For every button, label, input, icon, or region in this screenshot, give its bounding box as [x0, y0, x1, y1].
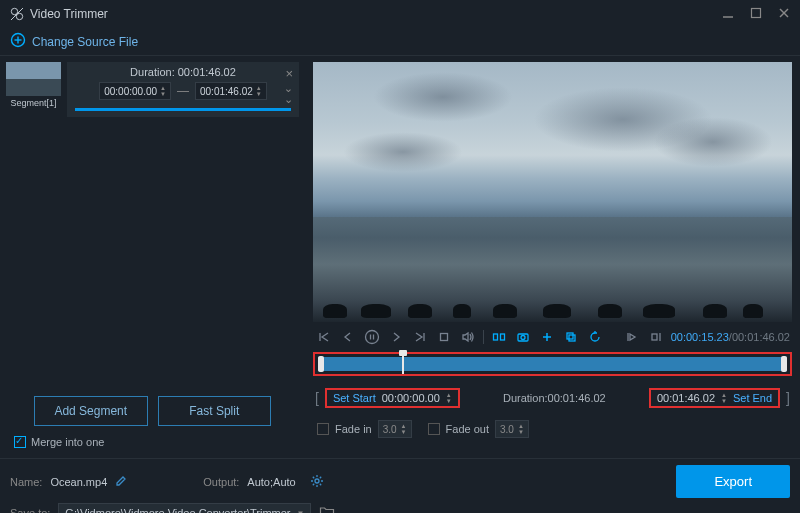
svg-rect-27	[652, 334, 657, 340]
segment-thumb[interactable]: Segment[1]	[6, 62, 61, 117]
segment-up-icon[interactable]: ⌃	[284, 82, 293, 93]
set-end-button[interactable]: Set End	[733, 392, 772, 404]
split-icon[interactable]	[490, 328, 508, 346]
stepper-down-icon[interactable]: ▼	[446, 398, 452, 404]
segment-card: × ⌃ ⌄ Duration: 00:01:46.02 00:00:00.00 …	[67, 62, 299, 117]
svg-point-21	[521, 336, 525, 340]
header-row: Change Source File	[0, 28, 800, 56]
name-label: Name:	[10, 476, 42, 488]
change-source-link[interactable]: Change Source File	[32, 35, 138, 49]
app-title: Video Trimmer	[30, 7, 722, 21]
stepper-down-icon[interactable]: ▼	[401, 429, 407, 435]
svg-rect-25	[569, 335, 575, 341]
duration-label: Duration:	[130, 66, 175, 78]
video-preview[interactable]	[313, 62, 792, 322]
fade-in-label: Fade in	[335, 423, 372, 435]
stepper-down-icon[interactable]: ▼	[160, 91, 166, 97]
goto-end-icon[interactable]	[411, 328, 429, 346]
maximize-icon[interactable]	[750, 7, 762, 22]
fast-split-button[interactable]: Fast Split	[158, 396, 272, 426]
merge-label: Merge into one	[31, 436, 104, 448]
app-logo-icon	[10, 7, 24, 21]
segment-thumb-image	[6, 62, 61, 96]
svg-point-28	[315, 479, 319, 483]
segment-close-icon[interactable]: ×	[285, 66, 293, 81]
add-circle-icon[interactable]	[10, 32, 26, 51]
timeline-end-handle[interactable]	[781, 356, 787, 372]
fade-out-label: Fade out	[446, 423, 489, 435]
save-to-label: Save to:	[10, 507, 50, 513]
goto-start-icon[interactable]	[315, 328, 333, 346]
copy-segment-icon[interactable]	[562, 328, 580, 346]
end-timecode[interactable]: 00:01:46.02	[657, 392, 715, 404]
segments-pane: Segment[1] × ⌃ ⌄ Duration: 00:01:46.02 0…	[0, 56, 305, 458]
bracket-in-icon[interactable]	[623, 328, 641, 346]
duration-value: 00:01:46.02	[178, 66, 236, 78]
export-button[interactable]: Export	[676, 465, 790, 498]
merge-checkbox[interactable]	[14, 436, 26, 448]
set-end-highlight: 00:01:46.02 ▲▼ Set End	[649, 388, 780, 408]
segment-progress-bar[interactable]	[75, 108, 291, 111]
fade-out-input[interactable]: 3.0 ▲▼	[495, 420, 529, 438]
open-folder-icon[interactable]	[319, 505, 335, 513]
add-marker-icon[interactable]	[538, 328, 556, 346]
set-start-highlight: Set Start 00:00:00.00 ▲▼	[325, 388, 460, 408]
svg-marker-17	[463, 333, 468, 341]
preview-pane: 00:00:15.23/00:01:46.02 [ Set Start 00:0…	[305, 56, 800, 458]
segment-start-input[interactable]: 00:00:00.00 ▲▼	[99, 82, 171, 100]
close-icon[interactable]	[778, 7, 790, 22]
set-start-button[interactable]: Set Start	[333, 392, 376, 404]
fade-row: Fade in 3.0 ▲▼ Fade out 3.0 ▲▼	[313, 420, 792, 438]
settings-icon[interactable]	[310, 474, 324, 490]
segment-down-icon[interactable]: ⌄	[284, 94, 293, 105]
svg-rect-19	[501, 334, 505, 340]
undo-icon[interactable]	[586, 328, 604, 346]
bracket-right-icon: ]	[786, 390, 790, 406]
fade-in-checkbox[interactable]	[317, 423, 329, 435]
next-frame-icon[interactable]	[387, 328, 405, 346]
timeline-highlight	[313, 352, 792, 376]
chevron-down-icon[interactable]: ▼	[297, 509, 305, 514]
fade-in-input[interactable]: 3.0 ▲▼	[378, 420, 412, 438]
stepper-down-icon[interactable]: ▼	[518, 429, 524, 435]
minimize-icon[interactable]	[722, 7, 734, 22]
volume-icon[interactable]	[459, 328, 477, 346]
svg-point-12	[366, 331, 379, 344]
timeline-start-handle[interactable]	[318, 356, 324, 372]
svg-rect-18	[494, 334, 498, 340]
duration-display: Duration:00:01:46.02	[466, 392, 643, 404]
bracket-left-icon: [	[315, 390, 319, 406]
timeline-playhead[interactable]	[402, 354, 404, 374]
timeline[interactable]	[318, 357, 787, 371]
edit-name-icon[interactable]	[115, 475, 127, 489]
svg-rect-24	[567, 333, 573, 339]
set-start-end-row: [ Set Start 00:00:00.00 ▲▼ Duration:00:0…	[313, 384, 792, 412]
svg-rect-16	[441, 334, 448, 341]
name-value: Ocean.mp4	[50, 476, 107, 488]
play-pause-icon[interactable]	[363, 328, 381, 346]
output-value: Auto;Auto	[247, 476, 295, 488]
prev-frame-icon[interactable]	[339, 328, 357, 346]
stop-icon[interactable]	[435, 328, 453, 346]
svg-rect-5	[752, 8, 761, 17]
add-segment-button[interactable]: Add Segment	[34, 396, 148, 426]
playback-controls: 00:00:15.23/00:01:46.02	[313, 322, 792, 352]
stepper-down-icon[interactable]: ▼	[721, 398, 727, 404]
titlebar: Video Trimmer	[0, 0, 800, 28]
footer: Name: Ocean.mp4 Output: Auto;Auto Export…	[0, 458, 800, 513]
segment-label: Segment[1]	[6, 98, 61, 108]
save-path-dropdown[interactable]: G:\Vidmore\Vidmore Video Converter\Trimm…	[58, 503, 311, 513]
timecode-display: 00:00:15.23/00:01:46.02	[671, 331, 790, 343]
svg-marker-26	[630, 334, 635, 340]
start-timecode[interactable]: 00:00:00.00	[382, 392, 440, 404]
segment-end-input[interactable]: 00:01:46.02 ▲▼	[195, 82, 267, 100]
fade-out-checkbox[interactable]	[428, 423, 440, 435]
output-label: Output:	[203, 476, 239, 488]
snapshot-icon[interactable]	[514, 328, 532, 346]
stepper-down-icon[interactable]: ▼	[256, 91, 262, 97]
bracket-out-icon[interactable]	[647, 328, 665, 346]
